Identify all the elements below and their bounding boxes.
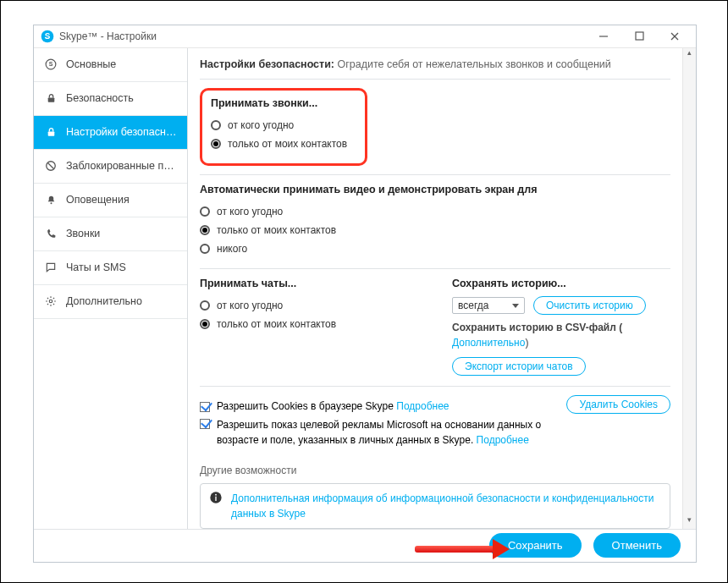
svg-point-15 xyxy=(215,494,217,496)
scroll-up-icon[interactable]: ▴ xyxy=(683,48,696,62)
sidebar: S Основные Безопасность Настройки безопа… xyxy=(34,48,188,529)
sidebar-item-security-settings[interactable]: Настройки безопасно... xyxy=(34,116,187,150)
window-title: Skype™ - Настройки xyxy=(59,30,157,42)
radio-calls-anyone[interactable]: от кого угодно xyxy=(211,116,356,135)
svg-line-10 xyxy=(48,163,54,169)
radio-icon xyxy=(211,120,221,130)
svg-point-12 xyxy=(49,300,52,304)
radio-icon xyxy=(211,139,221,149)
radio-chats-contacts[interactable]: только от моих контактов xyxy=(200,315,418,333)
sidebar-item-advanced[interactable]: Дополнительно xyxy=(34,285,187,319)
radio-icon xyxy=(200,244,210,254)
sidebar-item-chats-sms[interactable]: Чаты и SMS xyxy=(34,251,187,285)
sidebar-item-general[interactable]: S Основные xyxy=(34,48,187,82)
bell-icon xyxy=(44,193,58,206)
maximize-button[interactable] xyxy=(633,30,645,42)
svg-text:S: S xyxy=(49,62,53,68)
radio-calls-contacts[interactable]: только от моих контактов xyxy=(211,135,356,153)
delete-cookies-button[interactable]: Удалить Cookies xyxy=(566,395,670,414)
sidebar-item-label: Настройки безопасно... xyxy=(66,126,177,138)
allow-cookies-checkbox[interactable] xyxy=(200,402,210,412)
select-value: всегда xyxy=(458,300,488,311)
vertical-scrollbar[interactable]: ▴ ▾ xyxy=(682,48,696,529)
chat-icon xyxy=(44,261,58,274)
sidebar-item-label: Оповещения xyxy=(66,194,130,206)
sidebar-item-label: Чаты и SMS xyxy=(66,261,126,273)
ads-more-link[interactable]: Подробнее xyxy=(477,434,529,446)
page-header-bold: Настройки безопасности: xyxy=(200,58,334,70)
close-button[interactable] xyxy=(669,30,681,42)
export-chat-history-button[interactable]: Экспорт истории чатов xyxy=(452,357,586,376)
annotation-arrow xyxy=(415,542,516,558)
other-options-title: Другие возможности xyxy=(200,465,670,476)
svg-rect-8 xyxy=(47,131,54,135)
sidebar-item-blocked[interactable]: Заблокированные по... xyxy=(34,150,187,184)
history-title: Сохранять историю... xyxy=(452,278,670,289)
history-duration-select[interactable]: всегда xyxy=(452,297,525,314)
skype-icon xyxy=(41,30,54,43)
radio-label: только от моих контактов xyxy=(228,138,347,150)
skype-icon: S xyxy=(44,58,58,71)
checkbox-label: Разрешить показ целевой рекламы Microsof… xyxy=(217,417,556,448)
radio-label: только от моих контактов xyxy=(217,224,336,236)
radio-label: от кого угодно xyxy=(217,300,283,311)
page-header: Настройки безопасности: Оградите себя от… xyxy=(200,48,670,80)
radio-label: от кого угодно xyxy=(228,119,294,131)
content-pane: Настройки безопасности: Оградите себя от… xyxy=(188,48,682,529)
sidebar-item-calls[interactable]: Звонки xyxy=(34,217,187,251)
sidebar-item-label: Дополнительно xyxy=(66,295,142,307)
radio-video-anyone[interactable]: от кого угодно xyxy=(200,202,670,221)
sidebar-item-label: Заблокированные по... xyxy=(66,160,177,172)
gear-icon xyxy=(44,294,58,308)
accept-calls-highlight: Принимать звонки... от кого угодно тольк… xyxy=(200,88,367,166)
sidebar-item-label: Звонки xyxy=(66,228,100,239)
svg-point-0 xyxy=(41,30,54,43)
radio-video-nobody[interactable]: никого xyxy=(200,239,670,258)
page-header-rest: Оградите себя от нежелательных звонков и… xyxy=(338,58,611,70)
history-csv-line: Сохранить историю в CSV-файл ( Дополните… xyxy=(452,320,670,350)
svg-rect-7 xyxy=(47,97,54,102)
accept-video-title: Автоматически принимать видео и демонстр… xyxy=(200,184,670,195)
radio-label: только от моих контактов xyxy=(217,318,336,330)
accept-video-section: Автоматически принимать видео и демонстр… xyxy=(200,174,670,268)
chats-history-section: Принимать чаты... от кого угодно только … xyxy=(200,268,670,386)
radio-icon xyxy=(200,300,210,311)
accept-chats-title: Принимать чаты... xyxy=(200,278,418,289)
svg-rect-2 xyxy=(636,32,643,40)
scroll-down-icon[interactable]: ▾ xyxy=(683,515,696,529)
svg-rect-14 xyxy=(215,496,216,500)
radio-icon xyxy=(200,225,210,235)
radio-label: никого xyxy=(217,243,247,255)
radio-icon xyxy=(200,206,210,217)
cancel-button[interactable]: Отменить xyxy=(593,533,681,558)
sidebar-item-notifications[interactable]: Оповещения xyxy=(34,184,187,217)
accept-calls-title: Принимать звонки... xyxy=(211,97,356,109)
radio-label: от кого угодно xyxy=(217,206,283,217)
settings-window: Skype™ - Настройки S Основные Безопаснос… xyxy=(33,25,697,563)
clear-history-button[interactable]: Очистить историю xyxy=(533,296,646,315)
minimize-button[interactable] xyxy=(598,30,609,42)
radio-video-contacts[interactable]: только от моих контактов xyxy=(200,221,670,239)
sidebar-item-label: Безопасность xyxy=(66,92,134,104)
lock-icon xyxy=(44,91,58,105)
cookies-more-link[interactable]: Подробнее xyxy=(396,400,449,412)
allow-ads-checkbox[interactable] xyxy=(200,419,210,429)
dialog-footer: Сохранить Отменить xyxy=(34,529,696,562)
checkbox-label: Разрешить Cookies в браузере Skype Подро… xyxy=(217,400,449,412)
blocked-icon xyxy=(44,159,58,173)
svg-point-11 xyxy=(50,202,52,204)
phone-icon xyxy=(44,227,58,240)
lock-icon xyxy=(44,125,58,139)
privacy-info-link[interactable]: Дополнительная информация об информацион… xyxy=(231,491,661,521)
info-strip: Дополнительная информация об информацион… xyxy=(200,483,670,529)
info-icon xyxy=(209,491,223,504)
sidebar-item-label: Основные xyxy=(66,58,116,70)
radio-icon xyxy=(200,319,210,329)
radio-chats-anyone[interactable]: от кого угодно xyxy=(200,296,418,315)
history-advanced-link[interactable]: Дополнительно xyxy=(452,337,525,349)
sidebar-item-security[interactable]: Безопасность xyxy=(34,82,187,116)
titlebar: Skype™ - Настройки xyxy=(34,25,696,48)
